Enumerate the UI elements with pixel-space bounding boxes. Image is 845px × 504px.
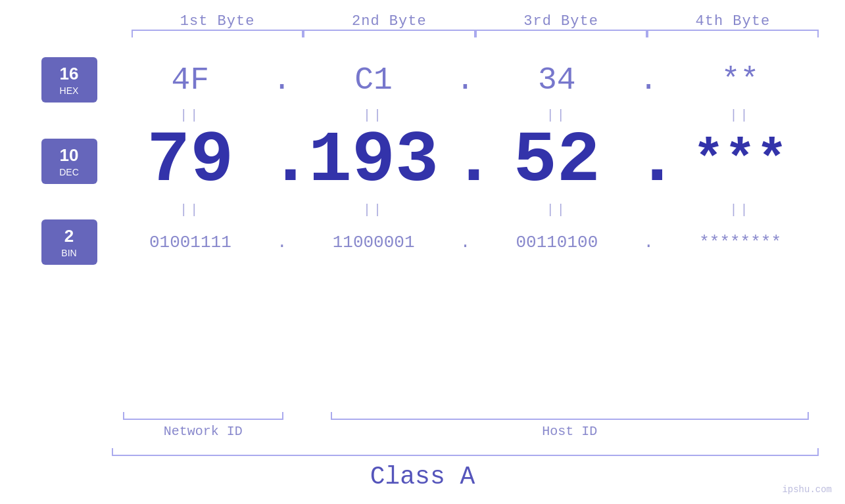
bin-values: 01001111 . 11000001 . 00110100 . *******…: [112, 233, 819, 252]
hex-dot1: .: [269, 62, 295, 98]
bin-byte1: 01001111: [112, 233, 269, 252]
bracket-line-byte3: [475, 30, 647, 37]
bin-byte4: ********: [662, 233, 819, 252]
watermark: ipshu.com: [782, 484, 832, 495]
byte4-header: 4th Byte: [647, 13, 819, 30]
hex-byte2: C1: [295, 62, 452, 98]
hex-dot2: .: [452, 62, 479, 98]
main-container: 1st Byte 2nd Byte 3rd Byte 4th Byte 16 H…: [0, 0, 845, 504]
hex-badge-number: 16: [51, 64, 88, 84]
dec-byte4: ***: [662, 135, 819, 187]
top-brackets: [26, 30, 819, 37]
bracket-byte4: [647, 30, 819, 37]
bin-byte2: 11000001: [295, 233, 452, 252]
bracket-byte1: [132, 30, 303, 37]
bracket-line-byte2: [303, 30, 475, 37]
network-id-bracket-line: [123, 412, 283, 420]
eq2-byte2: ||: [295, 202, 452, 218]
network-id-label: Network ID: [164, 424, 243, 439]
equals-row-2: || || || ||: [26, 200, 819, 219]
dec-byte1: 79: [112, 125, 269, 197]
host-id-bracket-line: [331, 412, 809, 420]
eq2-byte3: ||: [479, 202, 636, 218]
bracket-line-byte1: [132, 30, 303, 37]
bin-badge: 2 BIN: [41, 219, 97, 265]
hex-badge-label: HEX: [51, 85, 88, 96]
dec-row: 10 DEC 79 . 193 . 52 . ***: [26, 125, 819, 197]
eq2-byte1: ||: [112, 202, 269, 218]
class-a-label: Class A: [26, 463, 819, 491]
bin-dot2: .: [452, 233, 479, 252]
byte2-header: 2nd Byte: [303, 13, 475, 30]
hex-byte1: 4F: [112, 62, 269, 98]
hex-dot3: .: [635, 62, 662, 98]
bin-row: 2 BIN 01001111 . 11000001 . 00110100 . *…: [26, 219, 819, 265]
hex-values: 4F . C1 . 34 . **: [112, 62, 819, 98]
dec-values: 79 . 193 . 52 . ***: [112, 125, 819, 197]
dec-badge-label: DEC: [51, 167, 88, 177]
dec-byte2: 193: [295, 125, 452, 197]
bottom-brackets-row: Network ID Host ID: [26, 412, 819, 439]
hex-byte4: **: [662, 62, 819, 98]
bin-badge-number: 2: [51, 226, 88, 246]
dec-dot1: .: [269, 125, 295, 197]
byte3-header: 3rd Byte: [475, 13, 647, 30]
hex-byte3: 34: [479, 62, 636, 98]
bracket-line-byte4: [647, 30, 819, 37]
bin-dot3: .: [635, 233, 662, 252]
hex-badge: 16 HEX: [41, 57, 97, 103]
dec-byte3: 52: [479, 125, 636, 197]
dec-badge-number: 10: [51, 145, 88, 166]
eq2-byte4: ||: [662, 202, 819, 218]
bin-badge-label: BIN: [51, 248, 88, 258]
bin-dot1: .: [269, 233, 295, 252]
bracket-byte3: [475, 30, 647, 37]
dec-dot2: .: [452, 125, 479, 197]
bracket-byte2: [303, 30, 475, 37]
hex-row: 16 HEX 4F . C1 . 34 . **: [26, 57, 819, 103]
dec-badge: 10 DEC: [41, 139, 97, 184]
eq1-byte4: ||: [662, 108, 819, 123]
bin-byte3: 00110100: [479, 233, 636, 252]
byte-headers: 1st Byte 2nd Byte 3rd Byte 4th Byte: [26, 13, 819, 30]
class-a-bracket-line: [112, 448, 819, 456]
dec-dot3: .: [635, 125, 662, 197]
byte1-header: 1st Byte: [132, 13, 303, 30]
host-id-label: Host ID: [542, 424, 597, 439]
class-row: Class A: [26, 448, 819, 491]
